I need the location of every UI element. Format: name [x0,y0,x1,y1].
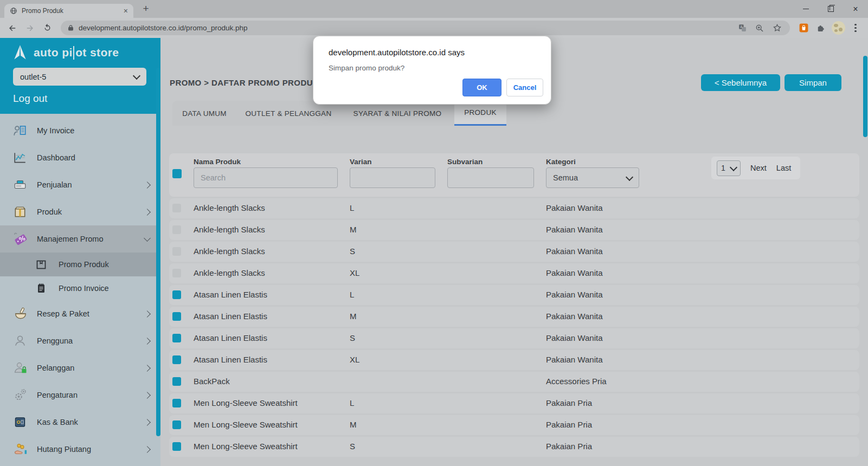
logout-link[interactable]: Log out [13,93,160,105]
profile-avatar[interactable] [830,20,846,36]
extensions-puzzle-icon[interactable] [813,20,829,36]
sidebar-item-promo-invoice[interactable]: Promo Invoice [0,276,160,300]
row-kategori: Pakaian Wanita [546,355,603,364]
subvarian-input[interactable] [447,167,534,188]
sidebar-item-hutang-piutang[interactable]: Hutang Piutang [0,436,160,463]
sidebar-item-pengguna[interactable]: Pengguna [0,327,160,354]
table-row: Ankle-length SlacksMPakaian Wanita [169,220,859,240]
row-checkbox[interactable] [172,290,181,299]
table-row: BackPackAccessories Pria [169,372,859,392]
row-name: Men Long-Sleeve Sweatshirt [194,442,298,451]
sidebar-item-promo-produk[interactable]: Promo Produk [0,253,160,276]
window-restore-button[interactable] [818,0,843,18]
new-tab-button[interactable]: + [139,2,153,16]
dialog-ok-button[interactable]: OK [462,79,501,96]
row-kategori: Pakaian Wanita [546,312,603,321]
sidebar-item-penjualan[interactable]: Penjualan [0,171,160,198]
row-checkbox[interactable] [172,355,181,364]
translate-icon[interactable]: A [736,22,749,35]
browser-menu-button[interactable] [847,20,864,36]
table-row: Men Long-Sleeve SweatshirtSPakaian Pria [169,437,859,457]
row-checkbox[interactable] [172,269,181,277]
dashboard-icon [13,151,30,165]
row-checkbox[interactable] [172,312,181,321]
page-scrollbar-thumb[interactable] [863,56,867,137]
logo-text-part2: ot store [75,46,119,59]
url-text[interactable]: development.autopilotstore.co.id/promo_p… [79,24,731,32]
url-bar[interactable]: development.autopilotstore.co.id/promo_p… [61,21,790,35]
recipe-icon [13,306,30,321]
back-button[interactable] [4,20,21,36]
sidebar-item-label: Pelanggan [37,364,74,372]
logo-bar [73,46,75,60]
invoice-icon [13,124,30,138]
row-checkbox[interactable] [172,247,181,256]
page-select-value: 1 [721,164,725,172]
row-name: Men Long-Sleeve Sweatshirt [194,420,298,429]
browser-tab[interactable]: Promo Produk × [4,4,133,18]
breadcrumb: PROMO > DAFTAR PROMO PRODUK > E [170,78,335,87]
row-kategori: Pakaian Pria [546,442,592,451]
shopping-extension-icon[interactable] [795,20,812,36]
bookmark-star-icon[interactable] [770,22,783,35]
row-kategori: Pakaian Pria [546,420,592,429]
globe-favicon-icon [10,7,17,15]
sidebar-item-pengaturan[interactable]: Pengaturan [0,381,160,409]
previous-button[interactable]: < Sebelumnya [701,74,780,91]
forward-button[interactable] [22,20,38,36]
tab-close-icon[interactable]: × [124,7,128,15]
window-minimize-button[interactable] [793,0,818,18]
nama-produk-search-input[interactable] [194,167,338,188]
row-name: Ankle-length Slacks [194,225,265,234]
subvarian-label: Subvarian [447,158,483,166]
sidebar: auto piot store outlet-5 Log out My Invo… [0,38,160,466]
page-select[interactable]: 1 [717,160,741,176]
row-checkbox[interactable] [172,442,181,451]
row-checkbox[interactable] [172,420,181,429]
row-checkbox[interactable] [172,225,181,234]
row-checkbox[interactable] [172,377,181,386]
row-varian: L [350,290,354,299]
lock-icon [67,24,74,31]
debt-icon [13,442,30,457]
chevron-right-icon [144,338,151,345]
sidebar-item-kas-bank[interactable]: Kas & Bank [0,409,160,436]
product-box-icon [13,205,30,219]
table-row: Ankle-length SlacksSPakaian Wanita [169,242,859,262]
sidebar-item-my-invoice[interactable]: My Invoice [0,117,160,144]
next-page-link[interactable]: Next [750,164,767,172]
browser-tab-title: Promo Produk [22,7,119,15]
customer-icon [13,360,30,376]
chevron-down-icon [626,173,633,180]
last-page-link[interactable]: Last [776,164,791,172]
sidebar-item-label: Kas & Bank [37,418,78,426]
minimize-icon [803,9,809,9]
row-checkbox[interactable] [172,399,181,407]
window-close-button[interactable]: × [843,0,868,18]
sidebar-item-manajemen-promo[interactable]: Manajemen Promo [0,225,160,253]
row-checkbox[interactable] [172,204,181,212]
chevron-right-icon [144,446,151,453]
sidebar-item-resep-paket[interactable]: Resep & Paket [0,300,160,327]
select-all-checkbox[interactable] [172,169,182,178]
varian-input[interactable] [350,167,435,188]
outlet-select[interactable]: outlet-5 [13,68,146,86]
sidebar-item-produk[interactable]: Produk [0,198,160,225]
row-kategori: Pakaian Pria [546,398,592,407]
sidebar-scrollbar-thumb[interactable] [156,68,160,436]
sidebar-item-dashboard[interactable]: Dashboard [0,144,160,171]
kategori-select[interactable]: Semua [546,167,639,188]
user-icon [13,334,30,348]
row-varian: S [350,247,355,256]
row-name: Ankle-length Slacks [194,268,265,277]
dialog-message: Simpan promo produk? [329,64,536,72]
tab-data-umum[interactable]: DATA UMUM [172,101,236,126]
row-checkbox[interactable] [172,334,181,342]
zoom-icon[interactable] [753,22,766,35]
reload-button[interactable] [39,20,55,36]
outlet-select-value: outlet-5 [20,73,46,81]
sidebar-item-pelanggan[interactable]: Pelanggan [0,354,160,381]
save-button[interactable]: Simpan [785,74,841,91]
dialog-cancel-button[interactable]: Cancel [506,79,543,96]
varian-label: Varian [350,158,372,166]
